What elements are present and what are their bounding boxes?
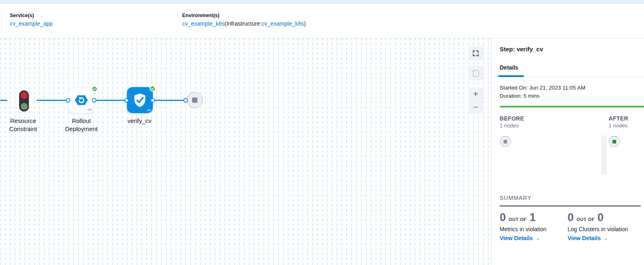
edge-constraint-to-rollout xyxy=(37,100,68,101)
expand-corners-icon xyxy=(472,50,479,57)
infrastructure-prefix: (Infrastructure: xyxy=(224,20,261,27)
connector-ring xyxy=(92,98,96,103)
log-clusters-summary-card: 0 OUT OF 0 Log Clusters in violation Vie… xyxy=(568,211,628,241)
before-after-scrollbar[interactable] xyxy=(601,135,607,175)
environments-group: Environment(s) cv_example_k8s(Infrastruc… xyxy=(182,13,306,27)
node-stage-end[interactable] xyxy=(187,92,203,108)
before-node-hexagon[interactable] xyxy=(499,136,511,147)
arrow-right-icon: → xyxy=(602,235,608,241)
node-label-line: Constraint xyxy=(0,125,46,133)
step-details-panel: Step: verify_cv Details Started On: Jun … xyxy=(491,39,644,265)
shield-check-icon xyxy=(132,92,148,108)
success-badge-icon xyxy=(91,86,98,92)
infrastructure-link[interactable]: cv_example_k8s xyxy=(261,20,304,27)
duration-text: Duration: 5 mins xyxy=(500,93,540,99)
metrics-caption: Metrics in violation xyxy=(500,226,546,232)
node-resource-constraint[interactable] xyxy=(19,90,29,112)
environment-link[interactable]: cv_example_k8s xyxy=(182,20,224,27)
edge-rollout-to-verify xyxy=(94,100,127,101)
zoom-in-button[interactable]: + xyxy=(473,90,478,98)
zoom-out-button[interactable]: − xyxy=(473,103,478,111)
execution-header: Service(s) cv_example_app Environment(s)… xyxy=(0,4,644,39)
infrastructure-suffix: ) xyxy=(304,20,306,27)
view-details-text: View Details xyxy=(500,235,533,241)
selection-box-icon xyxy=(473,70,479,77)
metrics-total-count: 1 xyxy=(530,211,536,224)
log-clusters-caption: Log Clusters in violation xyxy=(568,226,628,232)
panel-title: Step: verify_cv xyxy=(500,46,543,53)
pipeline-canvas[interactable]: </> </> Resource Constraint Rollout Depl… xyxy=(0,39,491,265)
out-of-label: OUT OF xyxy=(509,217,527,222)
rollout-hexagon-icon xyxy=(74,93,89,107)
metrics-violation-count: 0 xyxy=(500,211,506,224)
connector-ring xyxy=(183,98,188,103)
before-label: BEFORE xyxy=(500,115,524,122)
summary-label: SUMMARY xyxy=(500,195,531,201)
hexagon-icon xyxy=(499,136,511,147)
node-label-line: Rollout xyxy=(58,117,104,125)
tab-details[interactable]: Details xyxy=(500,64,518,71)
traffic-light-red-icon xyxy=(21,92,28,99)
before-count: 1 nodes xyxy=(500,123,518,129)
zoom-controls: + − xyxy=(468,88,483,114)
success-badge-icon xyxy=(150,85,156,92)
node-label-verify-cv: verify_cv xyxy=(116,117,163,125)
connector-ring xyxy=(150,98,155,103)
stop-node-icon xyxy=(192,98,198,103)
edge-verify-to-end xyxy=(153,100,186,101)
metrics-view-details-link[interactable]: View Details→ xyxy=(500,235,546,241)
node-label-resource-constraint: Resource Constraint xyxy=(0,117,46,133)
service-link[interactable]: cv_example_app xyxy=(10,20,53,27)
arrow-right-icon: → xyxy=(534,235,540,241)
fullscreen-button[interactable] xyxy=(468,46,483,61)
after-node-hexagon[interactable] xyxy=(608,136,620,147)
connector-ring xyxy=(66,98,70,103)
node-label-line: Deployment xyxy=(58,125,104,133)
after-label: AFTER xyxy=(609,115,628,122)
out-of-label: OUT OF xyxy=(577,217,595,222)
code-template-icon: </> xyxy=(147,108,151,112)
hexagon-icon xyxy=(608,136,620,147)
services-label: Service(s) xyxy=(10,13,53,18)
node-rollout-deployment[interactable]: </> xyxy=(68,87,94,113)
summary-divider xyxy=(500,206,641,206)
node-verify-cv[interactable]: </> xyxy=(127,87,153,113)
marquee-select-button[interactable] xyxy=(468,66,483,81)
top-accent-strip xyxy=(0,0,644,4)
after-count: 1 nodes xyxy=(609,123,627,129)
tab-divider xyxy=(492,77,644,77)
node-label-line: verify_cv xyxy=(116,117,163,125)
connector-ring xyxy=(124,98,129,103)
services-group: Service(s) cv_example_app xyxy=(10,13,53,27)
edge-incoming xyxy=(0,100,7,101)
started-on-text: Started On: Jun 21, 2023 11:05 AM xyxy=(500,85,585,91)
success-progress-bar xyxy=(500,106,644,107)
traffic-light-green-icon xyxy=(21,103,28,110)
node-label-rollout-deployment: Rollout Deployment xyxy=(58,117,104,133)
header-left-divider xyxy=(2,12,2,33)
log-total-count: 0 xyxy=(598,211,604,224)
log-violation-count: 0 xyxy=(568,211,574,224)
log-clusters-view-details-link[interactable]: View Details→ xyxy=(568,235,628,241)
metrics-summary-card: 0 OUT OF 1 Metrics in violation View Det… xyxy=(500,211,546,241)
node-label-line: Resource xyxy=(0,117,46,125)
environments-label: Environment(s) xyxy=(182,13,306,18)
code-template-icon: </> xyxy=(88,108,92,112)
view-details-text: View Details xyxy=(568,235,600,241)
